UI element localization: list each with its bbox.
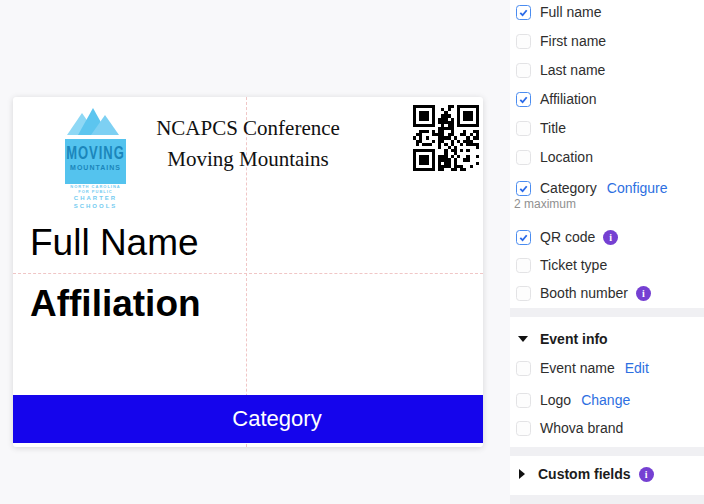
- checkbox-location[interactable]: [516, 150, 531, 165]
- field-row-full-name: Full name: [510, 2, 601, 22]
- checkbox-whova-brand[interactable]: [516, 421, 531, 436]
- field-row-first-name: First name: [510, 31, 606, 51]
- field-label: Affiliation: [540, 91, 597, 107]
- center-guide-horizontal: [13, 273, 483, 274]
- chevron-down-icon: [518, 336, 528, 342]
- badge-category-bar: Category: [13, 395, 483, 443]
- field-label: Location: [540, 149, 593, 165]
- field-row-whova-brand: Whova brand: [510, 418, 623, 438]
- field-row-booth-number: Booth number i: [510, 283, 651, 303]
- checkbox-affiliation[interactable]: [516, 92, 531, 107]
- field-row-last-name: Last name: [510, 60, 605, 80]
- field-label: Category: [540, 180, 597, 196]
- event-info-header[interactable]: Event info: [510, 329, 608, 349]
- field-row-ticket-type: Ticket type: [510, 255, 607, 275]
- info-icon[interactable]: i: [636, 286, 651, 301]
- logo-subtext: NORTH CAROLINA FOR PUBLIC CHARTER SCHOOL…: [65, 184, 126, 210]
- checkbox-qr-code[interactable]: [516, 230, 531, 245]
- section-divider: [510, 308, 704, 317]
- category-max-note: 2 maximum: [514, 197, 576, 211]
- checkbox-last-name[interactable]: [516, 63, 531, 78]
- field-label: First name: [540, 33, 606, 49]
- badge-category-label: Category: [232, 406, 321, 432]
- qr-code: [413, 105, 479, 171]
- field-row-logo: Logo Change: [510, 390, 630, 410]
- checkbox-first-name[interactable]: [516, 34, 531, 49]
- badge-card: MOVING MOUNTAINS NORTH CAROLINA FOR PUBL…: [13, 97, 483, 447]
- field-label: Title: [540, 120, 566, 136]
- info-icon[interactable]: i: [603, 230, 618, 245]
- checkbox-category[interactable]: [516, 181, 531, 196]
- edit-link[interactable]: Edit: [625, 360, 649, 376]
- checkbox-title[interactable]: [516, 121, 531, 136]
- badge-full-name: Full Name: [30, 224, 199, 262]
- field-label: Event name: [540, 360, 615, 376]
- section-divider: [510, 495, 704, 504]
- configure-link[interactable]: Configure: [607, 180, 668, 196]
- field-label: Last name: [540, 62, 605, 78]
- field-row-title: Title: [510, 118, 566, 138]
- field-row-category: Category Configure: [510, 178, 668, 198]
- badge-designer: MOVING MOUNTAINS NORTH CAROLINA FOR PUBL…: [0, 0, 704, 504]
- field-label: QR code: [540, 229, 595, 245]
- field-label: Whova brand: [540, 420, 623, 436]
- field-label: Booth number: [540, 285, 628, 301]
- field-row-affiliation: Affiliation: [510, 89, 597, 109]
- checkbox-booth-number[interactable]: [516, 286, 531, 301]
- field-label: Logo: [540, 392, 571, 408]
- checkbox-ticket-type[interactable]: [516, 258, 531, 273]
- info-icon[interactable]: i: [639, 467, 654, 482]
- field-label: Ticket type: [540, 257, 607, 273]
- field-row-qr-code: QR code i: [510, 227, 618, 247]
- checkbox-logo[interactable]: [516, 393, 531, 408]
- checkbox-event-name[interactable]: [516, 361, 531, 376]
- section-divider: [510, 447, 704, 456]
- field-label: Full name: [540, 4, 601, 20]
- custom-fields-header[interactable]: Custom fields i: [510, 464, 654, 484]
- badge-preview-pane: MOVING MOUNTAINS NORTH CAROLINA FOR PUBL…: [0, 0, 510, 504]
- checkbox-full-name[interactable]: [516, 5, 531, 20]
- chevron-right-icon: [519, 469, 525, 479]
- change-link[interactable]: Change: [581, 392, 630, 408]
- field-row-location: Location: [510, 147, 593, 167]
- badge-fields-panel: Full name First name Last name Affiliati…: [510, 0, 704, 504]
- badge-affiliation: Affiliation: [30, 285, 201, 323]
- field-row-event-name: Event name Edit: [510, 358, 649, 378]
